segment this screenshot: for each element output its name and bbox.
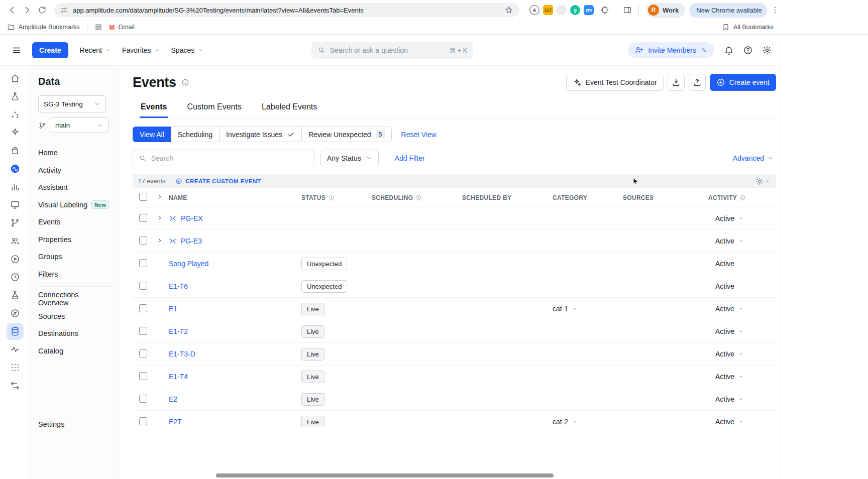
table-search[interactable] [133, 150, 314, 166]
activity-select[interactable]: Active [715, 214, 744, 222]
row-checkbox[interactable] [139, 395, 147, 403]
sidebar-item-destinations[interactable]: Destinations [38, 325, 111, 342]
sidebar-item-connections-overview[interactable]: Connections Overview [38, 290, 111, 308]
rail-play-circle-icon[interactable] [7, 251, 24, 268]
activity-select[interactable]: Active [715, 395, 744, 403]
column-header-scheduling[interactable]: SCHEDULING [372, 194, 462, 201]
sidebar-item-activity[interactable]: Activity [38, 162, 111, 179]
sidebar-item-visual-labeling[interactable]: Visual LabelingNew [38, 196, 111, 214]
select-all-checkbox[interactable] [139, 193, 147, 201]
event-name-link[interactable]: E1-T3-D [169, 350, 195, 358]
sidebar-item-sources[interactable]: Sources [38, 308, 111, 325]
column-header-name[interactable]: NAME [169, 194, 301, 201]
row-checkbox[interactable] [139, 327, 147, 335]
create-button[interactable]: Create [32, 42, 68, 58]
address-bar[interactable]: app.amplitude.com/data/amplitude/SG-3%20… [54, 3, 519, 17]
apps-grid-button[interactable] [94, 23, 102, 31]
notifications-bell-icon[interactable] [720, 42, 737, 59]
extension-icon[interactable]: 117 [543, 5, 553, 15]
column-header-sources[interactable]: SOURCES [623, 194, 708, 201]
event-name-link[interactable]: E2 [169, 395, 177, 403]
menu-recent[interactable]: Recent [74, 42, 117, 58]
expand-row-button[interactable] [156, 236, 164, 245]
column-settings-button[interactable] [755, 177, 771, 185]
activity-select[interactable]: Active [715, 327, 744, 335]
project-select[interactable]: SG-3 Testing [38, 95, 106, 112]
tab-custom-events[interactable]: Custom Events [186, 97, 242, 118]
create-event-button[interactable]: Create event [710, 74, 776, 91]
category-select[interactable]: cat-1 [553, 305, 578, 313]
site-settings-icon[interactable] [60, 6, 68, 14]
activity-select[interactable]: Active [715, 237, 744, 245]
sidebar-item-settings[interactable]: Settings [38, 416, 111, 433]
row-checkbox[interactable] [139, 259, 147, 267]
settings-gear-icon[interactable] [758, 42, 776, 59]
back-button[interactable] [5, 3, 19, 17]
global-search[interactable]: ⌘ + K [311, 42, 473, 59]
view-all-chip[interactable]: View All [133, 127, 171, 142]
all-bookmarks-button[interactable]: All Bookmarks [722, 23, 774, 31]
rail-brand-dot-icon[interactable] [7, 160, 24, 177]
extension-icon[interactable]: A [529, 5, 539, 15]
create-custom-event-link[interactable]: CREATE CUSTOM EVENT [175, 178, 261, 185]
event-name-link[interactable]: Song Played [169, 260, 208, 268]
sidebar-item-properties[interactable]: Properties [38, 231, 111, 249]
menu-spaces[interactable]: Spaces [166, 42, 209, 58]
event-name-link[interactable]: E1-T2 [169, 327, 188, 335]
column-header-scheduled-by[interactable]: SCHEDULED BY [462, 194, 553, 201]
invite-members-button[interactable]: Invite Members [628, 42, 714, 58]
tab-labeled-events[interactable]: Labeled Events [261, 97, 318, 118]
dismiss-invite-icon[interactable] [701, 47, 708, 54]
row-checkbox[interactable] [139, 372, 147, 380]
extensions-puzzle-icon[interactable] [598, 3, 612, 17]
rail-bag-icon[interactable] [7, 142, 24, 159]
browser-menu-kebab-icon[interactable] [768, 3, 782, 17]
expand-all-button[interactable] [156, 193, 164, 201]
rail-pulse-icon[interactable] [7, 341, 24, 358]
chrome-update-button[interactable]: New Chrome available [689, 3, 767, 18]
hamburger-menu-icon[interactable] [9, 43, 24, 58]
extension-icon[interactable] [557, 5, 567, 15]
category-select[interactable]: cat-2 [553, 418, 578, 426]
extension-icon[interactable]: g [570, 5, 580, 15]
rail-scatter-icon[interactable] [7, 106, 24, 123]
bookmarks-folder[interactable]: Amplitude Bookmarks [7, 23, 80, 31]
activity-select[interactable]: Active [715, 418, 744, 426]
bookmark-gmail[interactable]: M Gmail [110, 24, 135, 31]
event-test-coordinator-button[interactable]: Event Test Coordinator [566, 74, 664, 91]
event-name-link[interactable]: PG-EX [181, 214, 203, 222]
column-header-category[interactable]: CATEGORY [553, 194, 623, 201]
row-checkbox[interactable] [139, 236, 147, 245]
rail-home-icon[interactable] [7, 70, 24, 87]
column-header-status[interactable]: STATUS [301, 194, 372, 201]
sidebar-item-groups[interactable]: Groups [38, 248, 111, 266]
scheduling-chip[interactable]: Scheduling [171, 127, 220, 142]
event-name-link[interactable]: E1-T4 [169, 373, 188, 381]
rail-branch-nodes-icon[interactable] [7, 214, 24, 231]
rail-monitor-icon[interactable] [7, 196, 24, 213]
horizontal-scrollbar-thumb[interactable] [216, 473, 554, 477]
sidebar-item-catalog[interactable]: Catalog [38, 342, 111, 360]
import-download-button[interactable] [668, 74, 685, 91]
row-checkbox[interactable] [139, 304, 147, 312]
info-icon[interactable] [181, 78, 189, 86]
event-name-link[interactable]: PG-E3 [181, 237, 202, 245]
profile-button[interactable]: R Work [646, 3, 685, 18]
rail-beaker-icon[interactable] [7, 88, 24, 105]
extension-icon[interactable]: zm [584, 5, 594, 15]
rail-flask-icon[interactable] [7, 287, 24, 304]
rail-grid-dots-icon[interactable] [7, 359, 24, 376]
branch-select[interactable]: main [50, 117, 109, 133]
rail-bar-chart-icon[interactable] [7, 178, 24, 195]
status-filter-select[interactable]: Any Status [320, 150, 379, 166]
menu-favorites[interactable]: Favorites [117, 42, 166, 58]
activity-select[interactable]: Active [715, 305, 744, 313]
event-name-link[interactable]: E1-T6 [169, 282, 188, 290]
sidebar-item-home[interactable]: Home [38, 144, 111, 162]
review-unexpected-chip[interactable]: Review Unexpected 5 [301, 127, 392, 142]
rail-sparkle-icon[interactable] [7, 124, 24, 141]
rail-database-icon[interactable] [7, 323, 24, 340]
row-checkbox[interactable] [139, 214, 147, 222]
add-filter-link[interactable]: Add Filter [395, 154, 425, 162]
rail-clock-icon[interactable] [7, 269, 24, 286]
